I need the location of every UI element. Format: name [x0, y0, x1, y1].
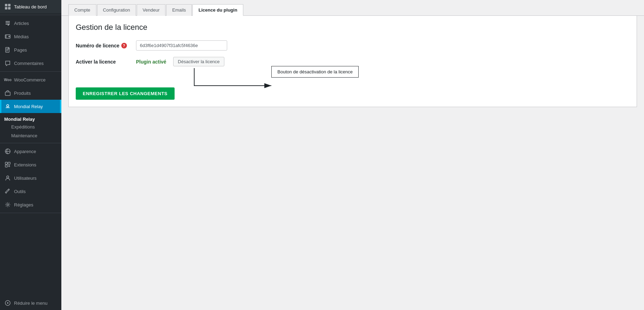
- dashboard-label: Tableau de bord: [14, 4, 47, 9]
- commentaires-icon: [4, 60, 11, 67]
- reglages-icon: [4, 201, 11, 208]
- articles-label: Articles: [14, 21, 29, 26]
- deactivate-licence-button[interactable]: Désactiver la licence: [173, 57, 224, 66]
- pages-icon: [4, 46, 11, 53]
- outils-label: Outils: [14, 189, 26, 194]
- tab-configuration[interactable]: Configuration: [97, 4, 136, 16]
- svg-point-15: [7, 204, 9, 206]
- content-area: Compte Configuration Vendeur Emails Lice…: [61, 0, 644, 310]
- sidebar-item-mondial-relay[interactable]: Mondial Relay: [0, 100, 61, 113]
- outils-icon: [4, 188, 11, 195]
- annotation-box: Bouton de désactivation de la licence: [271, 66, 359, 78]
- svg-point-14: [6, 192, 7, 193]
- svg-rect-3: [8, 7, 11, 9]
- sidebar-item-maintenance[interactable]: Maintenance: [0, 131, 61, 140]
- sidebar-item-outils[interactable]: Outils: [0, 185, 61, 198]
- commentaires-label: Commentaires: [14, 61, 44, 66]
- licence-number-input[interactable]: [136, 40, 227, 51]
- sidebar-item-reglages[interactable]: Réglages: [0, 198, 61, 211]
- woocommerce-label: WooCommerce: [14, 77, 46, 83]
- tab-emails[interactable]: Emails: [166, 4, 192, 16]
- produits-icon: [4, 90, 11, 97]
- extensions-icon: [4, 161, 11, 168]
- svg-point-17: [7, 302, 8, 304]
- svg-rect-1: [8, 4, 11, 6]
- mondial-relay-icon: [4, 103, 11, 110]
- produits-label: Produits: [14, 91, 31, 96]
- pages-label: Pages: [14, 47, 27, 53]
- tab-compte[interactable]: Compte: [68, 4, 96, 16]
- apparence-label: Apparence: [14, 149, 36, 154]
- sidebar-item-apparence[interactable]: Apparence: [0, 145, 61, 158]
- sidebar-item-expeditions[interactable]: Expéditions: [0, 123, 61, 131]
- utilisateurs-icon: [4, 174, 11, 182]
- sidebar-item-utilisateurs[interactable]: Utilisateurs: [0, 171, 61, 185]
- dashboard-icon: [4, 3, 11, 10]
- licence-panel: Gestion de la licence Numéro de licence …: [68, 16, 637, 107]
- plugin-active-text: Plugin activé: [136, 59, 166, 65]
- medias-label: Médias: [14, 34, 29, 39]
- reduce-icon: [4, 299, 11, 306]
- reglages-label: Réglages: [14, 202, 33, 207]
- sidebar-item-medias[interactable]: Médias: [0, 30, 61, 43]
- apparence-icon: [4, 148, 11, 155]
- sidebar-item-pages[interactable]: Pages: [0, 43, 61, 57]
- sidebar-item-extensions[interactable]: Extensions: [0, 158, 61, 171]
- sidebar-item-woocommerce[interactable]: Woo WooCommerce: [0, 73, 61, 86]
- svg-rect-8: [5, 92, 10, 95]
- svg-point-6: [8, 36, 10, 37]
- sidebar-item-produits[interactable]: Produits: [0, 86, 61, 100]
- sidebar-active-section-label: Mondial Relay: [0, 114, 61, 123]
- main-content: Compte Configuration Vendeur Emails Lice…: [61, 0, 644, 310]
- licence-number-row: Numéro de licence ?: [76, 40, 630, 51]
- reduce-menu-item[interactable]: Réduire le menu: [0, 296, 61, 310]
- extensions-label: Extensions: [14, 162, 36, 167]
- licence-number-label: Numéro de licence ?: [76, 43, 132, 48]
- svg-rect-2: [5, 7, 7, 9]
- help-icon[interactable]: ?: [121, 43, 127, 48]
- deactivate-btn-container: Désactiver la licence Bouton de désactiv…: [173, 57, 224, 66]
- medias-icon: [4, 33, 11, 40]
- woocommerce-icon: Woo: [4, 76, 11, 83]
- svg-rect-0: [5, 4, 7, 6]
- page-title: Gestion de la licence: [76, 23, 630, 32]
- articles-icon: [4, 20, 11, 27]
- svg-rect-5: [5, 35, 7, 38]
- activate-licence-label: Activer la licence: [76, 59, 132, 65]
- sidebar: Tableau de bord Articles Médias: [0, 0, 61, 310]
- tab-vendeur[interactable]: Vendeur: [137, 4, 165, 16]
- activate-licence-row: Activer la licence Plugin activé Désacti…: [76, 57, 630, 66]
- mondial-relay-submenu: Mondial Relay Expéditions Maintenance: [0, 113, 61, 141]
- utilisateurs-label: Utilisateurs: [14, 176, 36, 181]
- sidebar-item-articles[interactable]: Articles: [0, 17, 61, 30]
- save-button[interactable]: ENREGISTRER LES CHANGEMENTS: [76, 87, 175, 100]
- svg-point-9: [7, 105, 9, 107]
- mondial-relay-label: Mondial Relay: [14, 104, 43, 109]
- reduce-menu-label: Réduire le menu: [14, 301, 47, 306]
- tabs-bar: Compte Configuration Vendeur Emails Lice…: [61, 0, 644, 16]
- svg-point-13: [7, 176, 9, 178]
- svg-rect-12: [5, 165, 7, 167]
- save-row: ENREGISTRER LES CHANGEMENTS: [76, 87, 630, 100]
- tab-licence[interactable]: Licence du plugin: [192, 4, 243, 16]
- sidebar-item-commentaires[interactable]: Commentaires: [0, 57, 61, 70]
- svg-rect-11: [8, 162, 10, 164]
- svg-rect-10: [5, 162, 7, 164]
- sidebar-item-tableau-de-bord[interactable]: Tableau de bord: [0, 0, 61, 13]
